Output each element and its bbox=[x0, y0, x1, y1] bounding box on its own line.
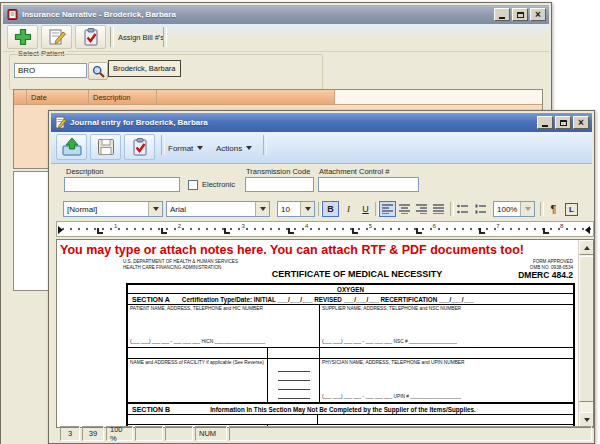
tab-stop-marker[interactable] bbox=[543, 228, 549, 234]
close-button[interactable]: × bbox=[573, 116, 589, 129]
left-indent-marker[interactable] bbox=[58, 226, 63, 234]
section-a-label: SECTION A bbox=[132, 296, 170, 303]
attachment-control-input[interactable] bbox=[318, 177, 419, 192]
document-area[interactable]: You may type or attach notes here. You c… bbox=[56, 239, 594, 428]
tab-selector-button[interactable]: L bbox=[563, 201, 580, 217]
show-paragraph-marks-button[interactable]: ¶ bbox=[545, 201, 562, 217]
font-family-combo[interactable]: Arial bbox=[166, 201, 270, 217]
ruler-number: 6 bbox=[433, 223, 436, 229]
minimize-button[interactable] bbox=[494, 8, 510, 21]
journal-toolbar: Format Actions bbox=[51, 132, 592, 164]
align-left-button[interactable] bbox=[379, 201, 396, 217]
arrow-down-icon bbox=[584, 418, 590, 422]
electronic-checkbox[interactable] bbox=[188, 180, 198, 190]
journal-titlebar[interactable]: Journal entry for Broderick, Barbara × bbox=[51, 113, 592, 132]
hcpcs-blank-line bbox=[278, 381, 310, 390]
post-entry-button[interactable] bbox=[56, 134, 87, 160]
section-a-text: Certification Type/Date: INITIAL ___/___… bbox=[182, 296, 474, 303]
tab-stop-marker[interactable] bbox=[288, 228, 294, 234]
insurance-titlebar[interactable]: Insurance Narrative - Broderick, Barbara… bbox=[3, 5, 549, 24]
row-selector-header[interactable] bbox=[14, 90, 27, 104]
chevron-down-icon[interactable] bbox=[255, 202, 269, 216]
ruler[interactable]: 12345678 bbox=[56, 221, 594, 237]
chevron-down-icon[interactable] bbox=[520, 202, 534, 216]
tab-stop-marker[interactable] bbox=[416, 228, 422, 234]
format-menu[interactable]: Format bbox=[165, 141, 206, 155]
right-indent-marker[interactable] bbox=[585, 226, 590, 234]
scroll-down-button[interactable] bbox=[579, 412, 594, 427]
tab-stop-marker[interactable] bbox=[352, 228, 358, 234]
floppy-save-icon bbox=[96, 137, 116, 157]
formatting-toolbar: [Normal] Arial 10 B I U bbox=[51, 198, 592, 220]
ruler-number: 5 bbox=[369, 223, 372, 229]
bullet-list-button[interactable] bbox=[454, 201, 471, 217]
cmn-form-table: OXYGEN SECTION A Certification Type/Date… bbox=[126, 283, 575, 428]
section-b-label: SECTION B bbox=[132, 406, 170, 413]
patient-cell: PATIENT NAME, ADDRESS, TELEPHONE and HIC… bbox=[128, 305, 320, 347]
save-button[interactable] bbox=[90, 134, 121, 160]
column-header-description[interactable]: Description bbox=[89, 90, 157, 104]
new-narrative-button[interactable] bbox=[7, 25, 38, 49]
description-input[interactable] bbox=[64, 177, 180, 192]
vertical-scrollbar[interactable] bbox=[578, 240, 593, 427]
paragraph-style-combo[interactable]: [Normal] bbox=[63, 201, 163, 217]
form-approved-block: FORM APPROVED OMB NO. 0938-0534 bbox=[530, 259, 573, 270]
chevron-down-icon[interactable] bbox=[148, 202, 162, 216]
status-panel-empty bbox=[165, 426, 193, 441]
service-row: PLACE OF SERVICE _________ HCPCS CODE PT… bbox=[128, 348, 573, 359]
narrative-table-header: Date Description bbox=[14, 90, 542, 105]
underline-button[interactable]: U bbox=[357, 201, 374, 217]
edit-narrative-button[interactable] bbox=[41, 25, 72, 49]
font-size-combo[interactable]: 10 bbox=[277, 201, 315, 217]
facility-cell: NAME and ADDRESS of FACILITY if applicab… bbox=[128, 359, 268, 402]
chevron-down-icon[interactable] bbox=[300, 202, 314, 216]
form-id: DMERC 484.2 bbox=[518, 270, 573, 280]
ruler-number: 2 bbox=[178, 223, 181, 229]
journal-entry-window: Journal entry for Broderick, Barbara × F… bbox=[48, 110, 595, 444]
transmission-code-input[interactable] bbox=[245, 177, 314, 192]
column-header-date[interactable]: Date bbox=[27, 90, 89, 104]
tab-stop-marker[interactable] bbox=[161, 228, 167, 234]
journal-icon bbox=[54, 116, 67, 129]
actions-menu[interactable]: Actions bbox=[213, 141, 255, 155]
selected-patient-badge: Broderick, Barbara bbox=[108, 60, 181, 77]
close-button[interactable]: × bbox=[530, 8, 546, 21]
patient-label: PATIENT NAME, ADDRESS, TELEPHONE and HIC… bbox=[130, 306, 317, 312]
supplier-cell: SUPPLIER NAME, ADDRESS, TELEPHONE and NS… bbox=[320, 305, 573, 347]
verify-button[interactable] bbox=[124, 134, 155, 160]
maximize-icon bbox=[517, 12, 524, 18]
verify-narrative-button[interactable] bbox=[75, 25, 106, 49]
zoom-combo[interactable]: 100% bbox=[493, 201, 535, 217]
section-b-row: SECTION B Information In This Section Ma… bbox=[128, 403, 573, 415]
status-bar: 3 39 100 % NUM bbox=[51, 426, 592, 441]
hcpcs-header-cell: HCPCS CODE bbox=[268, 348, 320, 358]
scroll-up-button[interactable] bbox=[579, 240, 594, 255]
maximize-button[interactable] bbox=[512, 8, 528, 21]
maximize-button[interactable] bbox=[555, 116, 571, 129]
assign-bill-button[interactable]: Assign Bill #'s bbox=[114, 28, 168, 47]
screen: Insurance Narrative - Broderick, Barbara… bbox=[0, 0, 600, 444]
supplier-label: SUPPLIER NAME, ADDRESS, TELEPHONE and NS… bbox=[322, 306, 571, 312]
patient-search-button[interactable] bbox=[88, 62, 108, 80]
tab-stop-marker[interactable] bbox=[224, 228, 230, 234]
window-title: Journal entry for Broderick, Barbara bbox=[70, 118, 534, 127]
italic-button[interactable]: I bbox=[340, 201, 357, 217]
numbered-list-button[interactable] bbox=[472, 201, 489, 217]
align-left-icon bbox=[382, 204, 393, 214]
minimize-button[interactable] bbox=[537, 116, 553, 129]
clipboard-check-icon bbox=[81, 27, 101, 47]
align-justify-button[interactable] bbox=[430, 201, 447, 217]
bold-button[interactable]: B bbox=[322, 201, 339, 217]
align-center-button[interactable] bbox=[396, 201, 413, 217]
tab-stop-marker[interactable] bbox=[97, 228, 103, 234]
close-icon: × bbox=[535, 10, 541, 20]
form-approved-line1: FORM APPROVED bbox=[530, 259, 573, 265]
scrollbar-thumb[interactable] bbox=[579, 256, 594, 402]
tab-stop-marker[interactable] bbox=[479, 228, 485, 234]
ruler-number: 8 bbox=[560, 223, 563, 229]
patient-search-input[interactable] bbox=[14, 63, 87, 78]
est-length-cell: EST. LENGTH OF NEED (# OF MONTHS): _____… bbox=[128, 415, 318, 424]
status-panel-zoom: 100 % bbox=[106, 426, 133, 441]
align-right-button[interactable] bbox=[413, 201, 430, 217]
status-panel-num-lock: NUM bbox=[195, 426, 227, 441]
